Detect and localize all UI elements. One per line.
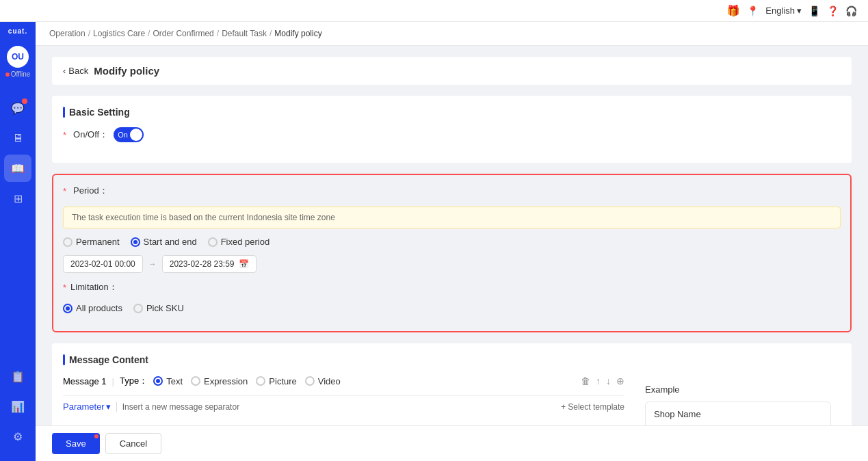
radio-fixed-circle: [208, 237, 218, 247]
page-header: ‹ Back Modify policy: [52, 57, 852, 85]
select-template-label: + Select template: [561, 402, 624, 412]
type-picture-option[interactable]: Picture: [256, 376, 296, 386]
required-star: *: [63, 130, 66, 140]
basic-setting-title: Basic Setting: [63, 107, 841, 118]
page-title: Modify policy: [94, 65, 159, 77]
type-text-option[interactable]: Text: [153, 376, 183, 386]
type-text-label: Text: [166, 376, 183, 386]
limitation-label: Limitation：: [70, 281, 118, 293]
gift-icon: 🎁: [726, 4, 740, 17]
toolbar-divider: [116, 402, 117, 412]
screen-icon: 🖥: [12, 132, 23, 144]
breadcrumb-logistics-care[interactable]: Logistics Care: [93, 29, 145, 38]
help-icon[interactable]: ❓: [827, 5, 839, 16]
sidebar-item-chat[interactable]: 💬: [4, 94, 31, 122]
period-label-row: * Period：: [63, 185, 841, 197]
radio-pick-sku-label: Pick SKU: [146, 303, 184, 313]
example-card: Shop Name Nickname: [645, 401, 831, 425]
radio-start-end[interactable]: Start and end: [131, 237, 197, 247]
radio-all-products-circle: [63, 304, 73, 313]
sidebar-item-book[interactable]: 📖: [4, 155, 31, 182]
cancel-button[interactable]: Cancel: [105, 433, 161, 454]
radio-all-products-label: All products: [76, 303, 122, 313]
status-dot: [5, 73, 10, 77]
onoff-toggle[interactable]: On: [114, 127, 144, 142]
example-shop-name: Shop Name: [646, 402, 830, 425]
onoff-label: On/Off：: [73, 129, 108, 141]
breadcrumb-order-confirmed[interactable]: Order Confirmed: [153, 29, 213, 38]
type-picture-label: Picture: [269, 376, 296, 386]
calendar-icon: 📅: [239, 259, 249, 269]
user-status: Offline: [5, 70, 31, 78]
select-template-button[interactable]: + Select template: [561, 402, 624, 412]
message-main: Message 1 | Type： Text Expression: [63, 375, 624, 425]
sidebar-item-settings[interactable]: ⚙: [4, 423, 31, 450]
sidebar-item-screen[interactable]: 🖥: [4, 124, 31, 152]
type-video-label: Video: [318, 376, 341, 386]
message-label: Message 1: [63, 376, 107, 386]
save-button[interactable]: Save: [52, 433, 100, 454]
location-icon[interactable]: 📍: [747, 5, 759, 16]
type-expression-option[interactable]: Expression: [191, 376, 248, 386]
radio-permanent-label: Permanent: [76, 237, 120, 247]
breadcrumb-operation[interactable]: Operation: [49, 29, 86, 38]
type-expression-circle: [191, 376, 200, 386]
limitation-required: *: [63, 282, 66, 293]
move-down-message-button[interactable]: ↓: [606, 376, 611, 386]
language-selector[interactable]: English ▾: [765, 5, 802, 16]
breadcrumb-sep-1: /: [88, 29, 90, 38]
move-up-message-button[interactable]: ↑: [596, 376, 601, 386]
radio-fixed-label: Fixed period: [221, 237, 270, 247]
breadcrumb-sep-4: /: [269, 29, 272, 38]
separator-label: Insert a new message separator: [122, 402, 239, 412]
gear-icon: ⚙: [13, 430, 23, 443]
back-label: Back: [68, 66, 88, 76]
content-layout: Message 1 | Type： Text Expression: [63, 375, 841, 425]
more-message-button[interactable]: ⊕: [616, 376, 624, 386]
date-end-input[interactable]: 2023-02-28 23:59 📅: [162, 255, 257, 273]
separator-button[interactable]: Insert a new message separator: [122, 402, 239, 412]
radio-permanent[interactable]: Permanent: [63, 237, 120, 247]
date-end-value: 2023-02-28 23:59: [170, 259, 235, 269]
sidebar-bottom: 📋 📊 ⚙: [4, 363, 31, 461]
radio-pick-sku[interactable]: Pick SKU: [133, 303, 184, 313]
period-label: Period：: [73, 185, 108, 197]
breadcrumb-default-task[interactable]: Default Task: [222, 29, 267, 38]
top-bar-icons: 🎁 📍 English ▾ 📱 ❓ 🎧: [726, 4, 857, 17]
sidebar: cuat. OU Offline 💬 🖥 📖 ⊞ 📋 📊 ⚙: [0, 0, 36, 461]
radio-pick-sku-circle: [133, 304, 143, 313]
onoff-row: * On/Off： On: [63, 127, 841, 142]
back-button[interactable]: ‹ Back: [63, 66, 88, 76]
message-content-title: Message Content: [63, 354, 841, 365]
sidebar-item-table[interactable]: 📊: [4, 393, 31, 420]
main-content: Operation / Logistics Care / Order Confi…: [36, 22, 868, 461]
language-label: English: [765, 5, 795, 16]
period-radio-group: Permanent Start and end Fixed period: [63, 237, 841, 247]
avatar: OU: [7, 46, 29, 68]
example-title: Example: [645, 384, 831, 395]
date-arrow: →: [148, 259, 157, 269]
radio-all-products[interactable]: All products: [63, 303, 122, 313]
limitation-row: * Limitation：: [63, 281, 841, 293]
radio-start-end-circle: [131, 237, 140, 247]
save-label: Save: [66, 438, 86, 449]
toggle-knob: [130, 129, 142, 141]
date-start-input[interactable]: 2023-02-01 00:00: [63, 255, 143, 273]
message-toolbar: Parameter ▾ Insert a new message separat…: [63, 395, 624, 417]
breadcrumb: Operation / Logistics Care / Order Confi…: [36, 22, 868, 46]
type-video-option[interactable]: Video: [305, 376, 341, 386]
mobile-icon[interactable]: 📱: [808, 5, 820, 16]
delete-message-button[interactable]: 🗑: [581, 376, 590, 386]
back-arrow-icon: ‹: [63, 66, 66, 76]
parameter-button[interactable]: Parameter ▾: [63, 401, 111, 412]
headset-icon[interactable]: 🎧: [845, 5, 857, 16]
radio-fixed-period[interactable]: Fixed period: [208, 237, 270, 247]
table-icon: 📊: [11, 400, 25, 413]
sidebar-item-lists[interactable]: 📋: [4, 363, 31, 390]
type-separator: |: [112, 376, 114, 386]
date-range-row: 2023-02-01 00:00 → 2023-02-28 23:59 📅: [63, 255, 841, 273]
type-text-circle: [153, 376, 163, 386]
sidebar-item-apps[interactable]: ⊞: [4, 185, 31, 212]
sidebar-nav: 💬 🖥 📖 ⊞: [4, 89, 31, 363]
book-icon: 📖: [11, 162, 25, 175]
